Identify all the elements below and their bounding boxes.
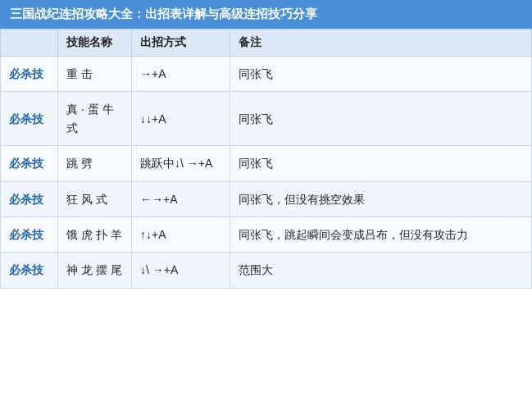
cell-note: 同张飞: [230, 92, 532, 146]
cell-note: 同张飞，跳起瞬间会变成吕布，但没有攻击力: [230, 216, 532, 252]
cell-type: 必杀技: [1, 57, 58, 92]
table-row: 必杀技神 龙 摆 尾↓\ →+A范围大: [1, 253, 532, 288]
table-header-row: 技能名称 出招方式 备注: [1, 30, 532, 57]
cell-note: 同张飞: [230, 146, 532, 181]
cell-type: 必杀技: [1, 216, 58, 252]
cell-type: 必杀技: [1, 253, 58, 288]
table-row: 必杀技跳 劈跳跃中↓\ →+A同张飞: [1, 146, 532, 181]
cell-note: 范围大: [230, 253, 532, 288]
cell-name: 狂 风 式: [58, 181, 132, 216]
cell-type: 必杀技: [1, 181, 58, 216]
header-title: 三国战纪连招攻略大全：出招表详解与高级连招技巧分享: [10, 7, 317, 20]
col-header-type: [1, 30, 58, 57]
cell-input: →+A: [132, 57, 230, 92]
cell-input: 跳跃中↓\ →+A: [132, 146, 230, 181]
table-row: 必杀技狂 风 式←→+A同张飞，但没有挑空效果: [1, 181, 532, 216]
cell-name: 重 击: [58, 57, 132, 92]
move-table: 技能名称 出招方式 备注 必杀技重 击→+A同张飞必杀技真 · 蛋 牛 式↓↓+…: [0, 29, 532, 289]
cell-name: 跳 劈: [58, 146, 132, 181]
cell-name: 饿 虎 扑 羊: [58, 216, 132, 252]
cell-input: ←→+A: [132, 181, 230, 216]
cell-type: 必杀技: [1, 92, 58, 146]
cell-note: 同张飞，但没有挑空效果: [230, 181, 532, 216]
col-header-name: 技能名称: [58, 30, 132, 57]
cell-name: 真 · 蛋 牛 式: [58, 92, 132, 146]
col-header-note: 备注: [230, 30, 532, 57]
cell-type: 必杀技: [1, 146, 58, 181]
cell-note: 同张飞: [230, 57, 532, 92]
cell-input: ↑↓+A: [132, 216, 230, 252]
page-header: 三国战纪连招攻略大全：出招表详解与高级连招技巧分享: [0, 0, 532, 29]
table-row: 必杀技饿 虎 扑 羊↑↓+A同张飞，跳起瞬间会变成吕布，但没有攻击力: [1, 216, 532, 252]
table-row: 必杀技真 · 蛋 牛 式↓↓+A同张飞: [1, 92, 532, 146]
cell-input: ↓\ →+A: [132, 253, 230, 288]
table-row: 必杀技重 击→+A同张飞: [1, 57, 532, 92]
cell-input: ↓↓+A: [132, 92, 230, 146]
col-header-input: 出招方式: [132, 30, 230, 57]
cell-name: 神 龙 摆 尾: [58, 253, 132, 288]
